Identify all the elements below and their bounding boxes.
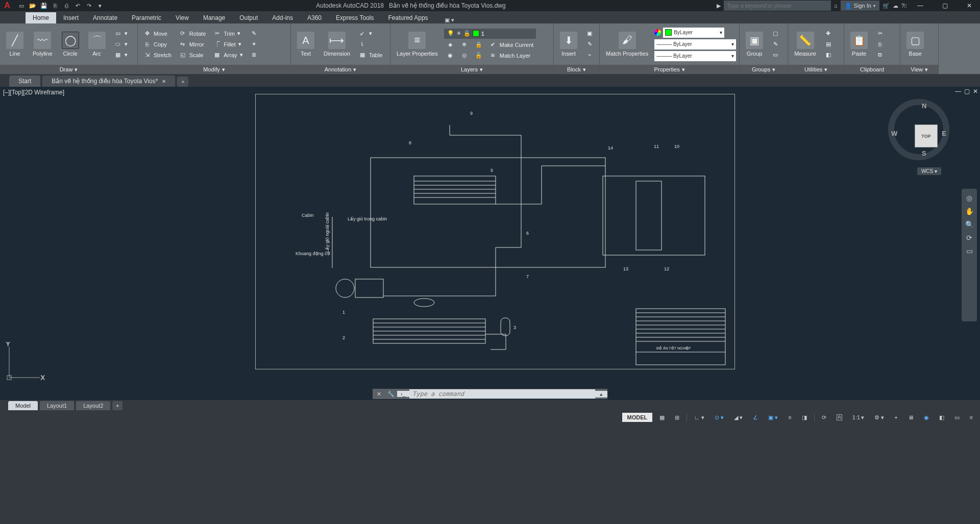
panel-properties-label[interactable]: Properties ▾ bbox=[600, 65, 739, 74]
polyline-button[interactable]: 〰Polyline bbox=[30, 31, 56, 58]
command-input[interactable] bbox=[409, 389, 595, 398]
copy-clip-button[interactable]: ⎘ bbox=[874, 40, 886, 49]
explode-button[interactable]: ✶ bbox=[248, 40, 260, 49]
cmd-wrench-icon[interactable]: 🔧 bbox=[385, 391, 397, 397]
status-monitor-icon[interactable]: 🖥 bbox=[905, 413, 917, 421]
lineweight-dropdown[interactable]: ——— ByLayer▾ bbox=[654, 39, 736, 49]
insert-button[interactable]: ⬇Insert bbox=[557, 31, 580, 58]
nav-pan-icon[interactable]: ✋ bbox=[965, 207, 974, 215]
cloud-icon[interactable]: ☁ bbox=[893, 3, 898, 9]
cut-button[interactable]: ✂ bbox=[874, 29, 886, 38]
status-iso-icon[interactable]: ◢ ▾ bbox=[731, 413, 746, 422]
status-transparency-icon[interactable]: ◨ bbox=[799, 413, 810, 422]
tab-express[interactable]: Express Tools bbox=[329, 12, 381, 23]
util1-button[interactable]: ✚ bbox=[822, 29, 835, 38]
qat-print-icon[interactable]: ⎙ bbox=[61, 1, 71, 10]
status-clean-icon[interactable]: ▭ bbox=[951, 413, 963, 422]
tab-insert[interactable]: Insert bbox=[56, 12, 86, 23]
match-layer-button[interactable]: ≋Match Layer bbox=[487, 51, 533, 60]
panel-modify-label[interactable]: Modify ▾ bbox=[138, 65, 290, 74]
table-button[interactable]: ▦Table bbox=[356, 51, 384, 60]
viewport-minimize-icon[interactable]: — bbox=[955, 88, 961, 95]
drawing-canvas[interactable]: 9 8 14 11 10 5 6 7 3 1 2 12 13 Cabin Lấy… bbox=[255, 94, 735, 369]
layout1-tab[interactable]: Layout1 bbox=[40, 401, 74, 410]
viewport-maximize-icon[interactable]: ▢ bbox=[964, 88, 970, 95]
nav-zoom-icon[interactable]: 🔍 bbox=[965, 220, 974, 229]
tab-featured[interactable]: Featured Apps bbox=[381, 12, 435, 23]
copy-button[interactable]: ⎘Copy bbox=[141, 40, 174, 49]
group-edit-button[interactable]: ✎ bbox=[769, 40, 781, 49]
ungroup-button[interactable]: ▢ bbox=[769, 29, 781, 38]
block-create-button[interactable]: ▣ bbox=[583, 29, 596, 38]
layer-on-button[interactable]: ◎ bbox=[458, 51, 471, 60]
group-bbox-button[interactable]: ▭ bbox=[769, 51, 781, 60]
app-logo[interactable]: A bbox=[0, 0, 14, 11]
erase-button[interactable]: ✎ bbox=[248, 29, 260, 38]
close-tab-icon[interactable]: ✕ bbox=[162, 79, 166, 84]
leader-button[interactable]: ↙▾ bbox=[356, 29, 384, 38]
nav-orbit-icon[interactable]: ⟳ bbox=[966, 234, 972, 242]
qat-save-icon[interactable]: 💾 bbox=[39, 1, 49, 10]
help-icon[interactable]: ?⃝ bbox=[901, 3, 906, 9]
status-osnap3d-icon[interactable]: ▣ ▾ bbox=[765, 413, 781, 422]
window-maximize-icon[interactable]: ▢ bbox=[934, 0, 955, 11]
status-annoscale-icon[interactable]: 🄰 bbox=[834, 413, 845, 421]
color-wheel-icon[interactable] bbox=[654, 29, 661, 36]
status-ortho-icon[interactable]: ∟ ▾ bbox=[691, 413, 707, 422]
signin-button[interactable]: 👤 Sign In ▾ bbox=[841, 1, 879, 11]
array-button[interactable]: ▦Array ▾ bbox=[211, 51, 244, 60]
arc-button[interactable]: ⌒Arc bbox=[85, 31, 109, 58]
tab-home[interactable]: Home bbox=[26, 12, 56, 23]
navcube-s[interactable]: S bbox=[922, 149, 926, 157]
paste-button[interactable]: 📋Paste bbox=[847, 31, 871, 58]
status-hw-icon[interactable]: ◉ bbox=[921, 413, 932, 422]
status-snap-icon[interactable]: ⊞ bbox=[672, 413, 682, 422]
layer-iso-button[interactable]: ◈ bbox=[444, 40, 456, 49]
status-customize-icon[interactable]: ≡ bbox=[967, 413, 976, 421]
block-edit-button[interactable]: ✎ bbox=[583, 40, 596, 49]
view-cube[interactable]: N S W E TOP bbox=[888, 99, 949, 160]
exchange-icon[interactable]: ⌂ bbox=[834, 3, 838, 9]
group-button[interactable]: ▣Group bbox=[743, 31, 766, 58]
panel-clipboard-label[interactable]: Clipboard bbox=[844, 65, 900, 74]
copybase-button[interactable]: ⧉ bbox=[874, 51, 886, 60]
qat-dropdown-icon[interactable]: ▾ bbox=[95, 1, 105, 10]
fillet-button[interactable]: ⎾Fillet ▾ bbox=[211, 40, 244, 49]
block-attr-button[interactable]: ⌁ bbox=[583, 51, 596, 60]
move-button[interactable]: ✥Move bbox=[141, 29, 174, 38]
base-button[interactable]: ▢Base bbox=[903, 31, 927, 58]
qat-open-icon[interactable]: 📂 bbox=[28, 1, 38, 10]
tab-annotate[interactable]: Annotate bbox=[86, 12, 125, 23]
mirror-button[interactable]: ⇋Mirror bbox=[177, 40, 208, 49]
cart-icon[interactable]: 🛒 bbox=[883, 3, 890, 9]
status-grid-icon[interactable]: ▦ bbox=[656, 413, 668, 422]
text-button[interactable]: AText bbox=[294, 31, 317, 58]
util2-button[interactable]: ▤ bbox=[822, 40, 835, 49]
cmd-history-icon[interactable]: ▴ bbox=[595, 391, 607, 397]
layout2-tab[interactable]: Layout2 bbox=[76, 401, 110, 410]
search-go-icon[interactable]: ▶ bbox=[717, 3, 721, 9]
search-input[interactable] bbox=[724, 1, 831, 11]
tab-manage[interactable]: Manage bbox=[196, 12, 232, 23]
measure-button[interactable]: 📏Measure bbox=[791, 31, 819, 58]
tab-view[interactable]: View bbox=[168, 12, 196, 23]
panel-draw-label[interactable]: Draw ▾ bbox=[0, 65, 137, 74]
panel-annotation-label[interactable]: Annotation ▾ bbox=[291, 65, 390, 74]
window-minimize-icon[interactable]: — bbox=[910, 0, 931, 11]
color-dropdown[interactable]: ByLayer▾ bbox=[663, 28, 724, 38]
status-isolate-icon[interactable]: ◧ bbox=[936, 413, 947, 422]
panel-block-label[interactable]: Block ▾ bbox=[554, 65, 599, 74]
status-gear-icon[interactable]: ⚙ ▾ bbox=[871, 413, 887, 422]
viewport-label[interactable]: [–][Top][2D Wireframe] bbox=[3, 89, 64, 96]
panel-layers-label[interactable]: Layers ▾ bbox=[390, 65, 553, 74]
model-tab[interactable]: Model bbox=[8, 401, 38, 410]
rotate-button[interactable]: ⟳Rotate bbox=[177, 29, 208, 38]
cmd-prompt-icon[interactable]: ›_ bbox=[397, 391, 409, 397]
match-properties-button[interactable]: 🖌Match Properties bbox=[603, 31, 651, 58]
status-cycling-icon[interactable]: ⟳ bbox=[819, 413, 829, 422]
tab-a360[interactable]: A360 bbox=[300, 12, 329, 23]
navcube-top[interactable]: TOP bbox=[915, 124, 938, 147]
line-button[interactable]: ╱Line bbox=[3, 31, 27, 58]
cmd-close-icon[interactable]: ✕ bbox=[373, 391, 385, 397]
hatch-button[interactable]: ▦▾ bbox=[112, 51, 130, 60]
